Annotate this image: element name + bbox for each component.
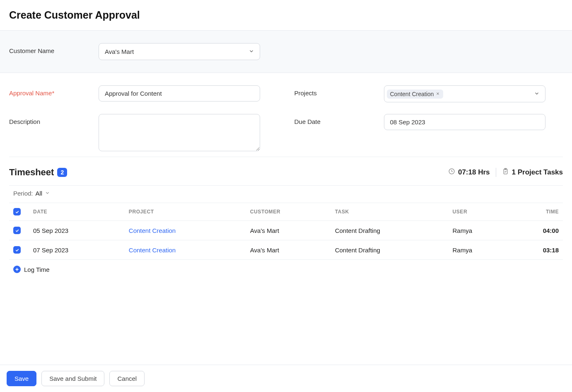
- cell-user: Ramya: [448, 221, 509, 240]
- cell-time: 04:00: [510, 221, 563, 240]
- due-date-input[interactable]: [384, 114, 545, 130]
- cell-date: 07 Sep 2023: [29, 240, 125, 260]
- plus-icon: +: [13, 266, 21, 273]
- log-time-button[interactable]: + Log Time: [9, 260, 563, 279]
- col-customer: CUSTOMER: [246, 203, 331, 221]
- col-project: PROJECT: [125, 203, 246, 221]
- due-date-label: Due Date: [294, 114, 384, 125]
- col-time: TIME: [510, 203, 563, 221]
- select-all-checkbox[interactable]: [13, 208, 21, 215]
- cell-project-link[interactable]: Content Creation: [129, 247, 176, 254]
- period-label: Period:: [13, 190, 33, 197]
- customer-name-value: Ava's Mart: [105, 48, 134, 55]
- col-user: USER: [448, 203, 509, 221]
- clipboard-icon: [502, 168, 509, 177]
- stat-separator: [496, 168, 496, 177]
- clock-icon: [448, 168, 455, 177]
- cell-user: Ramya: [448, 240, 509, 260]
- description-textarea[interactable]: [99, 114, 260, 151]
- project-tag-label: Content Creation: [390, 91, 434, 97]
- cell-task: Content Drafting: [331, 240, 449, 260]
- page-title: Create Customer Approval: [0, 0, 572, 30]
- project-tasks-stat: 1 Project Tasks: [502, 168, 563, 177]
- table-row: 07 Sep 2023 Content Creation Ava's Mart …: [9, 240, 563, 260]
- cell-customer: Ava's Mart: [246, 221, 331, 240]
- remove-tag-icon[interactable]: [436, 92, 440, 97]
- approval-name-label: Approval Name*: [9, 85, 99, 97]
- period-filter[interactable]: Period: All: [9, 186, 563, 203]
- total-hours-stat: 07:18 Hrs: [448, 168, 490, 177]
- cell-time: 03:18: [510, 240, 563, 260]
- cell-project-link[interactable]: Content Creation: [129, 227, 176, 234]
- period-value: All: [36, 190, 43, 197]
- projects-label: Projects: [294, 85, 384, 97]
- project-tag: Content Creation: [387, 90, 444, 99]
- customer-name-select[interactable]: Ava's Mart: [99, 43, 260, 60]
- row-checkbox[interactable]: [13, 246, 21, 254]
- row-checkbox[interactable]: [13, 227, 21, 234]
- customer-name-label: Customer Name: [9, 43, 99, 54]
- col-date: DATE: [29, 203, 125, 221]
- col-task: TASK: [331, 203, 449, 221]
- description-label: Description: [9, 114, 99, 125]
- timesheet-count-badge: 2: [57, 168, 67, 177]
- log-time-label: Log Time: [24, 266, 50, 273]
- table-row: 05 Sep 2023 Content Creation Ava's Mart …: [9, 221, 563, 240]
- approval-name-input[interactable]: [99, 85, 260, 102]
- chevron-down-icon: [45, 190, 50, 197]
- timesheet-title: Timesheet: [9, 167, 54, 178]
- cell-date: 05 Sep 2023: [29, 221, 125, 240]
- cell-customer: Ava's Mart: [246, 240, 331, 260]
- cell-task: Content Drafting: [331, 221, 449, 240]
- projects-multiselect[interactable]: Content Creation: [384, 85, 545, 102]
